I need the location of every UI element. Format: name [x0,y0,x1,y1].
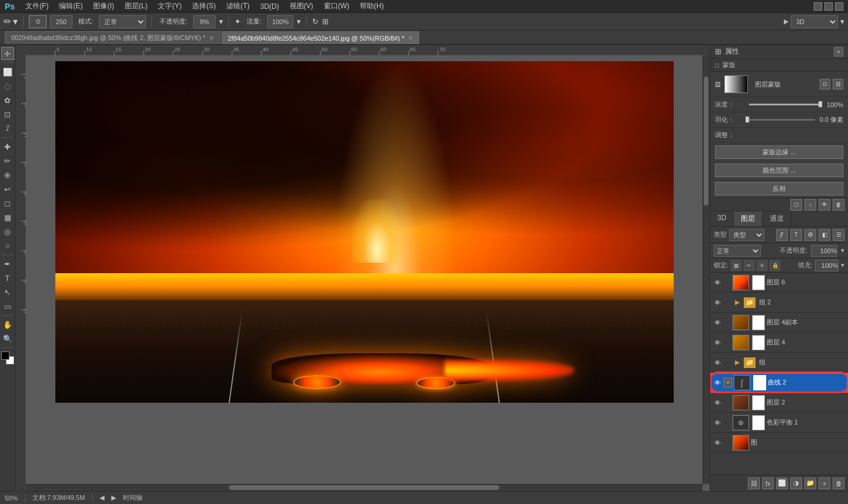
tab-layers[interactable]: 图层 [734,211,763,226]
workspace-chevron[interactable]: ▾ [840,17,844,26]
move-tool[interactable]: ✛ [1,47,14,60]
layer-color-balance[interactable]: 👁 ⊕ 色彩平衡 1 [710,413,848,433]
layers-panel-delete-icon[interactable]: 🗑 [833,199,844,211]
lock-transparent-btn[interactable]: ▩ [731,260,741,271]
layer-4[interactable]: 👁 图层 4 [710,333,848,353]
filter-btn2[interactable]: T [790,229,802,241]
menu-help[interactable]: 帮助(H) [355,0,389,12]
menu-edit[interactable]: 编辑(E) [54,0,87,12]
opacity-chevron[interactable]: ▾ [841,247,844,254]
layer-group-unknown[interactable]: 👁 ▶ 📁 组 [710,353,848,373]
lock-all-btn[interactable]: 🔒 [770,260,780,271]
invert-btn[interactable]: 反相 [715,182,843,195]
gradient-tool[interactable]: ▦ [1,211,14,224]
layer-4-copy[interactable]: 👁 图层 4副本 [710,313,848,333]
mask-link-btn[interactable]: ⛓ [833,79,843,89]
layers-panel-icon1[interactable]: ⬡ [790,199,802,211]
layer-c2-eye[interactable]: 👁 [713,378,722,387]
layer-blend-mode[interactable]: 正常 [714,245,761,257]
vertical-scrollbar[interactable] [703,55,710,484]
menu-image[interactable]: 图像(I) [88,0,118,12]
menu-view[interactable]: 视图(V) [285,0,318,12]
blend-mode-select[interactable]: 正常 [99,15,146,28]
layer-base-eye[interactable]: 👁 [713,438,722,447]
zoom-tool[interactable]: 🔍 [1,332,14,345]
text-tool[interactable]: T [1,271,14,284]
brush-tool[interactable]: ✏ [1,154,14,167]
layer-item-6[interactable]: 👁 图层 6 [710,273,848,293]
layer-adjustment-action[interactable]: ◑ [790,478,802,489]
eraser-tool[interactable]: ◻ [1,197,14,210]
layers-panel-icon3[interactable]: 👁 [819,199,830,211]
tab-file1[interactable]: 002948adhabd38idcz38gh.jpg @ 50% (曲线 2, … [5,31,220,44]
path-tool[interactable]: ↖ [1,286,14,299]
density-slider[interactable] [749,104,822,105]
lock-move-btn[interactable]: ✛ [757,260,767,271]
layer-gu-eye[interactable]: 👁 [713,358,722,367]
tab-3d[interactable]: 3D [710,211,734,226]
layer-curves-2[interactable]: 👁 ⊙ ∫ 曲线 2 [710,373,848,393]
layer-c2-options[interactable]: ⊙ [724,378,732,387]
layer-4-eye[interactable]: 👁 [713,338,722,347]
flow-menu-icon[interactable]: ▾ [297,17,301,26]
canvas-image[interactable] [55,61,674,403]
blur-tool[interactable]: ◎ [1,225,14,238]
layer-group-2[interactable]: 👁 ▶ 📁 组 2 [710,293,848,313]
horizontal-scrollbar[interactable] [26,484,703,491]
menu-3d[interactable]: 3D(D) [256,1,284,12]
tab-channels[interactable]: 通道 [763,211,791,226]
crop-tool[interactable]: ⊡ [1,108,14,121]
window-maximize[interactable] [824,2,833,11]
workspace-select[interactable]: 3D [791,15,838,28]
filter-btn1[interactable]: Ƒ [776,229,788,241]
hand-tool[interactable]: ✋ [1,318,14,331]
nav-right-btn[interactable]: ▶ [111,494,116,502]
dodge-tool[interactable]: ○ [1,239,14,252]
mask-preview-thumb[interactable] [724,75,748,93]
clone-tool[interactable]: ⊕ [1,168,14,181]
brush-size-input[interactable] [50,15,72,28]
filter-btn3[interactable]: ❂ [804,229,816,241]
lasso-tool[interactable]: ◌ [1,79,14,92]
flow-input[interactable] [267,15,293,28]
mask-edge-btn[interactable]: 蒙版边缘 ... [715,145,843,159]
layer-6-eye[interactable]: 👁 [713,278,722,287]
layer-g2-eye[interactable]: 👁 [713,298,722,307]
tab-file2[interactable]: 2f84a50b9840d8fe2554c864e502e140.jpg @ 5… [221,31,419,44]
brush-preset[interactable]: ⊙ [29,15,47,28]
layer-delete-action[interactable]: 🗑 [833,478,844,489]
window-close[interactable] [835,2,843,11]
layer-mask-action[interactable]: ⬜ [776,478,788,489]
layer-fx-action[interactable]: fx [762,478,774,489]
opacity-input[interactable] [193,15,216,28]
healing-tool[interactable]: ✚ [1,140,14,153]
filter-btn4[interactable]: ◧ [819,229,830,241]
layer-opacity-input[interactable] [811,245,837,257]
history-tool[interactable]: ↩ [1,183,14,195]
layer-base[interactable]: 👁 图 [710,433,848,453]
opacity-menu-icon[interactable]: ▾ [219,17,223,26]
layer-group-action[interactable]: 📁 [804,478,816,489]
layers-list[interactable]: 👁 图层 6 👁 ▶ 📁 组 2 👁 [710,273,848,475]
eyedropper-tool[interactable]: 𝓘 [1,122,14,135]
layer-cb-eye[interactable]: 👁 [713,418,722,427]
marquee-tool[interactable]: ⬜ [1,65,14,78]
tab-file1-close[interactable]: ✕ [209,35,214,41]
menu-filter[interactable]: 滤镜(T) [221,0,254,12]
lock-image-btn[interactable]: ✏ [744,260,754,271]
layer-2[interactable]: 👁 图层 2 [710,393,848,413]
color-range-btn[interactable]: 颜色范围 ... [715,164,843,177]
quickselect-tool[interactable]: ✿ [1,94,14,107]
layers-panel-icon2[interactable]: ↕ [804,199,816,211]
mask-pixel-btn[interactable]: ⊡ [820,79,830,89]
fill-chevron[interactable]: ▾ [841,261,844,269]
layer-4c-eye[interactable]: 👁 [713,318,722,327]
menu-select[interactable]: 选择(S) [187,0,220,12]
tab-file2-close[interactable]: ✕ [408,35,413,41]
filter-type-select[interactable]: 类型 [729,229,764,241]
menu-text[interactable]: 文字(Y) [153,0,186,12]
menu-window[interactable]: 窗口(W) [319,0,354,12]
panel-options-btn[interactable]: ≡ [834,47,843,57]
pen-tool[interactable]: ✒ [1,257,14,270]
menu-layer[interactable]: 图层(L) [120,0,153,12]
